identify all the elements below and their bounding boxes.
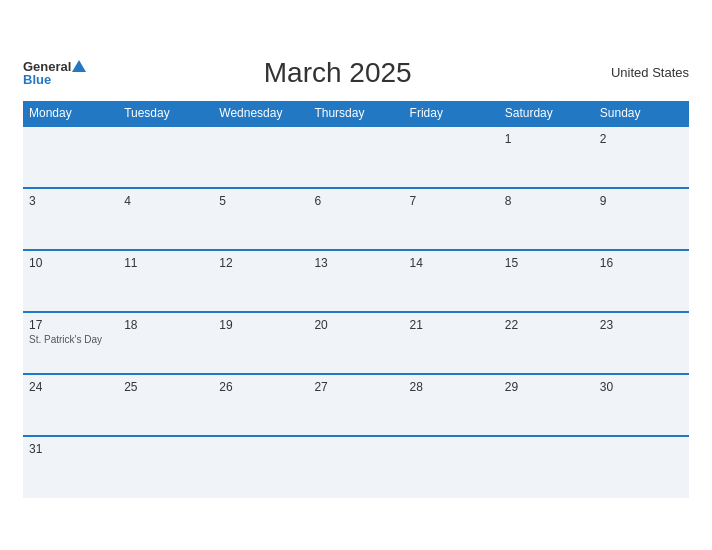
day-number: 6 bbox=[314, 193, 397, 210]
calendar-day-cell: 4 bbox=[118, 188, 213, 250]
calendar-day-cell: 16 bbox=[594, 250, 689, 312]
calendar-day-cell: 15 bbox=[499, 250, 594, 312]
calendar-day-cell: 17St. Patrick's Day bbox=[23, 312, 118, 374]
weekday-header: Monday bbox=[23, 101, 118, 126]
day-number: 3 bbox=[29, 193, 112, 210]
weekday-header: Sunday bbox=[594, 101, 689, 126]
calendar-day-cell: 9 bbox=[594, 188, 689, 250]
day-number: 19 bbox=[219, 317, 302, 334]
calendar-day-cell: 2 bbox=[594, 126, 689, 188]
calendar-country: United States bbox=[589, 65, 689, 80]
calendar-week-row: 10111213141516 bbox=[23, 250, 689, 312]
calendar-day-cell: 3 bbox=[23, 188, 118, 250]
day-number: 15 bbox=[505, 255, 588, 272]
calendar-week-row: 31 bbox=[23, 436, 689, 498]
calendar-day-cell: 14 bbox=[404, 250, 499, 312]
calendar-day-cell: 5 bbox=[213, 188, 308, 250]
calendar-day-cell bbox=[499, 436, 594, 498]
calendar-day-cell: 27 bbox=[308, 374, 403, 436]
day-number: 26 bbox=[219, 379, 302, 396]
calendar-header-row: MondayTuesdayWednesdayThursdayFridaySatu… bbox=[23, 101, 689, 126]
day-number: 5 bbox=[219, 193, 302, 210]
calendar-day-cell bbox=[213, 126, 308, 188]
day-number: 4 bbox=[124, 193, 207, 210]
calendar-week-row: 24252627282930 bbox=[23, 374, 689, 436]
calendar-day-cell: 8 bbox=[499, 188, 594, 250]
calendar-day-cell: 29 bbox=[499, 374, 594, 436]
day-number: 23 bbox=[600, 317, 683, 334]
logo-triangle-icon bbox=[72, 60, 86, 72]
calendar-day-cell bbox=[118, 436, 213, 498]
day-number: 14 bbox=[410, 255, 493, 272]
logo-general-text: General bbox=[23, 60, 71, 73]
calendar-day-cell: 21 bbox=[404, 312, 499, 374]
day-number: 16 bbox=[600, 255, 683, 272]
day-event: St. Patrick's Day bbox=[29, 334, 112, 345]
day-number: 28 bbox=[410, 379, 493, 396]
calendar-day-cell bbox=[308, 436, 403, 498]
day-number: 8 bbox=[505, 193, 588, 210]
weekday-header: Saturday bbox=[499, 101, 594, 126]
weekday-header: Friday bbox=[404, 101, 499, 126]
calendar-title: March 2025 bbox=[86, 57, 589, 89]
calendar-day-cell: 6 bbox=[308, 188, 403, 250]
calendar-day-cell: 18 bbox=[118, 312, 213, 374]
day-number: 24 bbox=[29, 379, 112, 396]
calendar-day-cell: 10 bbox=[23, 250, 118, 312]
day-number: 13 bbox=[314, 255, 397, 272]
calendar-week-row: 3456789 bbox=[23, 188, 689, 250]
day-number: 1 bbox=[505, 131, 588, 148]
weekday-header: Wednesday bbox=[213, 101, 308, 126]
day-number: 7 bbox=[410, 193, 493, 210]
logo-blue-text: Blue bbox=[23, 73, 51, 86]
calendar-week-row: 17St. Patrick's Day181920212223 bbox=[23, 312, 689, 374]
calendar-day-cell bbox=[594, 436, 689, 498]
calendar-day-cell: 12 bbox=[213, 250, 308, 312]
calendar-day-cell: 26 bbox=[213, 374, 308, 436]
logo: General Blue bbox=[23, 60, 86, 86]
calendar-day-cell: 24 bbox=[23, 374, 118, 436]
calendar-header: General Blue March 2025 United States bbox=[23, 53, 689, 93]
day-number: 25 bbox=[124, 379, 207, 396]
day-number: 18 bbox=[124, 317, 207, 334]
day-number: 10 bbox=[29, 255, 112, 272]
calendar-wrapper: General Blue March 2025 United States Mo… bbox=[11, 43, 701, 508]
day-number: 30 bbox=[600, 379, 683, 396]
calendar-day-cell bbox=[213, 436, 308, 498]
calendar-day-cell: 1 bbox=[499, 126, 594, 188]
calendar-day-cell bbox=[23, 126, 118, 188]
day-number: 31 bbox=[29, 441, 112, 458]
weekday-header: Thursday bbox=[308, 101, 403, 126]
calendar-week-row: 12 bbox=[23, 126, 689, 188]
calendar-day-cell bbox=[404, 436, 499, 498]
calendar-day-cell bbox=[404, 126, 499, 188]
calendar-day-cell: 13 bbox=[308, 250, 403, 312]
calendar-day-cell bbox=[118, 126, 213, 188]
day-number: 22 bbox=[505, 317, 588, 334]
weekday-header: Tuesday bbox=[118, 101, 213, 126]
calendar-day-cell: 31 bbox=[23, 436, 118, 498]
day-number: 27 bbox=[314, 379, 397, 396]
calendar-day-cell: 20 bbox=[308, 312, 403, 374]
calendar-day-cell: 25 bbox=[118, 374, 213, 436]
calendar-grid: MondayTuesdayWednesdayThursdayFridaySatu… bbox=[23, 101, 689, 498]
calendar-day-cell: 7 bbox=[404, 188, 499, 250]
day-number: 9 bbox=[600, 193, 683, 210]
calendar-day-cell bbox=[308, 126, 403, 188]
day-number: 21 bbox=[410, 317, 493, 334]
calendar-day-cell: 28 bbox=[404, 374, 499, 436]
day-number: 12 bbox=[219, 255, 302, 272]
calendar-day-cell: 19 bbox=[213, 312, 308, 374]
calendar-day-cell: 22 bbox=[499, 312, 594, 374]
day-number: 17 bbox=[29, 317, 112, 334]
calendar-day-cell: 23 bbox=[594, 312, 689, 374]
day-number: 11 bbox=[124, 255, 207, 272]
calendar-day-cell: 30 bbox=[594, 374, 689, 436]
day-number: 2 bbox=[600, 131, 683, 148]
day-number: 29 bbox=[505, 379, 588, 396]
calendar-day-cell: 11 bbox=[118, 250, 213, 312]
day-number: 20 bbox=[314, 317, 397, 334]
